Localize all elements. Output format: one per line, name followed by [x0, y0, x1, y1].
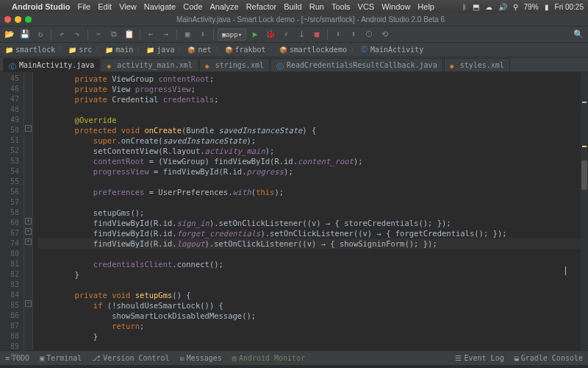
crumb-pkg1[interactable]: 📦net	[185, 45, 213, 54]
window-title: MainActivity.java - Smart Lock demo - [~…	[37, 15, 584, 24]
vcs-history-icon[interactable]: ⏲	[362, 28, 376, 41]
main-toolbar: 📂 💾 ↻ ↶ ↷ ✂ ⧉ 📋 ← → ▣ ⬇ ▣ app ▾ ▶ 🐞 ⚡ ⤓ …	[0, 26, 588, 43]
apply-changes-icon[interactable]: ⚡	[279, 28, 293, 41]
menu-file[interactable]: File	[77, 2, 90, 11]
dropbox-icon[interactable]: ⬒	[473, 3, 479, 11]
menu-vcs[interactable]: VCS	[358, 2, 375, 11]
crumb-project[interactable]: 📁smartlock	[3, 45, 57, 54]
menu-help[interactable]: Help	[417, 2, 434, 11]
crumb-main[interactable]: 📁main	[103, 45, 135, 54]
volume-icon[interactable]: 🔊	[498, 3, 507, 11]
open-icon[interactable]: 📂	[3, 28, 16, 41]
fold-column[interactable]: − + + + −	[24, 72, 33, 350]
window-titlebar: MainActivity.java - Smart Lock demo - [~…	[0, 13, 588, 26]
sync-icon[interactable]: ↻	[34, 28, 47, 41]
java-file-icon: Ⓒ	[276, 62, 284, 69]
cut-icon[interactable]: ✂	[92, 28, 105, 41]
tab-readcredentials[interactable]: ⒸReadCredentialsResultCallback.java	[270, 58, 443, 71]
xml-file-icon: ◆	[205, 62, 212, 69]
tab-mainactivity[interactable]: ⒸMainActivity.java	[3, 58, 100, 71]
vcs-revert-icon[interactable]: ⟲	[378, 28, 391, 41]
search-icon[interactable]: 🔍	[572, 28, 585, 41]
tab-strings-xml[interactable]: ◆strings.xml	[199, 58, 270, 71]
folder-icon: 📁	[5, 46, 13, 54]
vcs-commit-icon[interactable]: ⬆	[347, 28, 360, 41]
class-icon: Ⓒ	[360, 46, 368, 54]
menu-refactor[interactable]: Refactor	[246, 2, 277, 11]
app-name[interactable]: Android Studio	[12, 2, 70, 11]
folder-icon: 📁	[68, 46, 76, 54]
fold-marker-icon[interactable]: −	[25, 300, 32, 307]
back-icon[interactable]: ←	[144, 28, 157, 41]
tab-styles-xml[interactable]: ◆styles.xml	[444, 58, 510, 71]
save-icon[interactable]: 💾	[18, 28, 32, 41]
battery-icon[interactable]: ▮	[545, 3, 549, 11]
menu-window[interactable]: Window	[381, 2, 410, 11]
statusbar-gradle-console[interactable]: ⬓ Gradle Console	[512, 354, 585, 362]
xml-file-icon: ◆	[450, 62, 457, 69]
crumb-pkg3[interactable]: 📦smartlockdemo	[277, 45, 349, 54]
statusbar-terminal[interactable]: ▣ Terminal	[37, 354, 84, 362]
undo-icon[interactable]: ↶	[55, 28, 68, 41]
menu-view[interactable]: View	[119, 2, 137, 11]
sdk-manager-icon[interactable]: ⬇	[196, 28, 209, 41]
debug-icon[interactable]: 🐞	[264, 28, 277, 41]
close-icon[interactable]	[4, 16, 11, 23]
menu-tools[interactable]: Tools	[331, 2, 351, 11]
package-icon: 📦	[187, 46, 196, 54]
forward-icon[interactable]: →	[159, 28, 173, 41]
scrollbar-track[interactable]	[581, 72, 588, 350]
menu-navigate[interactable]: Navigate	[144, 2, 176, 11]
tab-activity-main-xml[interactable]: ◆activity_main.xml	[101, 58, 198, 71]
package-icon: 📦	[225, 46, 233, 54]
crumb-class[interactable]: ⒸMainActivity	[358, 45, 426, 54]
fold-expand-icon[interactable]: +	[25, 228, 32, 235]
folder-icon: 📁	[146, 46, 154, 54]
minimize-icon[interactable]	[15, 16, 21, 23]
battery-percent: 79%	[524, 3, 539, 11]
fold-expand-icon[interactable]: +	[25, 238, 32, 245]
copy-icon[interactable]: ⧉	[107, 28, 121, 41]
macos-menubar: Android Studio File Edit View Navigate C…	[0, 0, 588, 13]
stop-icon[interactable]: ■	[310, 28, 323, 41]
zoom-icon[interactable]	[25, 16, 32, 23]
nav-breadcrumbs: 📁smartlock〉 📁src〉 📁main〉 📁java〉 📦net〉 📦f…	[0, 43, 588, 57]
xml-file-icon: ◆	[107, 62, 114, 69]
package-icon: 📦	[279, 46, 287, 54]
cloud-icon[interactable]: ☁	[485, 3, 492, 11]
crumb-java[interactable]: 📁java	[144, 45, 176, 54]
redo-icon[interactable]: ↷	[71, 28, 84, 41]
menu-build[interactable]: Build	[284, 2, 301, 11]
wifi-icon[interactable]: ⚲	[513, 3, 518, 11]
statusbar-event-log[interactable]: ☰ Event Log	[453, 354, 506, 362]
scrollbar-mark	[582, 146, 587, 147]
code-area[interactable]: private ViewGroup contentRoot; private V…	[33, 72, 588, 350]
run-config-selector[interactable]: ▣ app ▾	[218, 29, 246, 40]
scrollbar-thumb[interactable]	[581, 160, 587, 190]
crumb-pkg2[interactable]: 📦frakbot	[223, 45, 268, 54]
run-icon[interactable]: ▶	[248, 28, 262, 41]
menu-run[interactable]: Run	[309, 2, 324, 11]
menu-code[interactable]: Code	[183, 2, 202, 11]
menu-analyze[interactable]: Analyze	[210, 2, 239, 11]
scrollbar-mark	[582, 102, 587, 103]
statusbar-messages[interactable]: ✉ Messages	[178, 354, 224, 362]
java-file-icon: Ⓒ	[9, 62, 16, 69]
menu-edit[interactable]: Edit	[98, 2, 112, 11]
editor-tabs: ⒸMainActivity.java ◆activity_main.xml ◆s…	[0, 57, 588, 72]
avd-manager-icon[interactable]: ▣	[181, 28, 194, 41]
bluetooth-icon[interactable]: ᛒ	[462, 3, 467, 11]
vcs-update-icon[interactable]: ⬇	[331, 28, 345, 41]
fold-expand-icon[interactable]: +	[25, 218, 32, 224]
attach-debugger-icon[interactable]: ⤓	[295, 28, 308, 41]
statusbar: ≡ TODO ▣ Terminal ⎇ Version Control ✉ Me…	[0, 350, 588, 365]
code-editor[interactable]: 4546474849505152535455565758606774808182…	[0, 72, 588, 350]
clock[interactable]: Fri 00:25	[555, 3, 584, 11]
statusbar-android-monitor[interactable]: ▤ Android Monitor	[230, 354, 307, 362]
statusbar-vcs[interactable]: ⎇ Version Control	[90, 354, 171, 362]
folder-icon: 📁	[105, 46, 113, 54]
fold-marker-icon[interactable]: −	[25, 125, 32, 132]
line-number-gutter[interactable]: 4546474849505152535455565758606774808182…	[0, 72, 24, 350]
paste-icon[interactable]: 📋	[123, 28, 136, 41]
crumb-src[interactable]: 📁src	[66, 45, 94, 54]
